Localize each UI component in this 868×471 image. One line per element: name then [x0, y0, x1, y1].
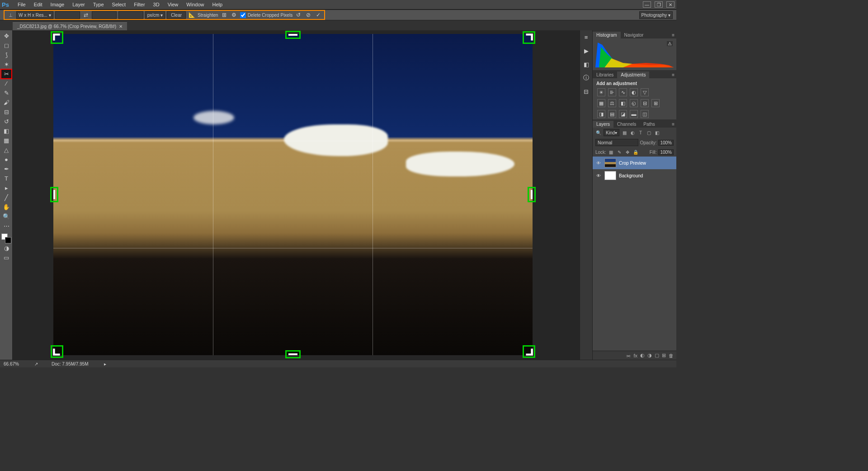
crop-resolution-input[interactable] [118, 11, 143, 19]
opacity-value[interactable]: 100% [658, 140, 674, 146]
eyedropper-tool[interactable]: ⁄ [1, 79, 11, 88]
link-layers-icon[interactable]: ⫘ [626, 353, 631, 358]
line-tool[interactable]: ╱ [1, 193, 11, 202]
gradient-tool[interactable]: ▦ [1, 136, 11, 145]
crop-tool-icon[interactable]: ⟂ [6, 11, 14, 19]
lock-pixels-icon[interactable]: ✎ [616, 149, 623, 155]
overlay-grid-icon[interactable]: ⊞ [220, 11, 228, 19]
pen-tool[interactable]: ✒ [1, 165, 11, 173]
document-info[interactable]: Doc: 7.95M/7.95M [52, 362, 89, 366]
layer-filter-select[interactable]: Kind ▾ [604, 129, 619, 136]
lock-all-icon[interactable]: 🔒 [632, 149, 639, 155]
menu-select[interactable]: Select [108, 0, 130, 9]
layers-flyout-icon[interactable]: ≡ [670, 121, 676, 128]
hand-tool[interactable]: ✋ [1, 203, 11, 211]
filter-adjust-icon[interactable]: ◐ [629, 129, 636, 136]
marquee-tool[interactable]: ◻ [1, 41, 11, 50]
layer-name[interactable]: Crop Preview [619, 161, 646, 166]
color-lookup-icon[interactable]: ⊞ [651, 99, 660, 107]
filter-type-icon[interactable]: T [637, 129, 644, 136]
screen-mode-toggle[interactable]: ▭ [1, 253, 11, 262]
layer-thumbnail[interactable] [604, 158, 616, 167]
vibrance-icon[interactable]: ▽ [641, 88, 649, 96]
crop-handle-tr[interactable] [524, 33, 534, 43]
exposure-icon[interactable]: ◐ [630, 88, 638, 96]
reset-crop-icon[interactable]: ↺ [294, 11, 302, 19]
zoom-popup-icon[interactable]: ↗ [34, 362, 38, 366]
bw-icon[interactable]: ◧ [619, 99, 627, 107]
quick-mask-toggle[interactable]: ◑ [1, 244, 11, 252]
tab-adjustments[interactable]: Adjustments [617, 71, 649, 78]
tab-navigator[interactable]: Navigator [621, 32, 647, 38]
history-brush-tool[interactable]: ↺ [1, 117, 11, 126]
histogram-flyout-icon[interactable]: ≡ [670, 32, 676, 38]
curves-icon[interactable]: ∿ [619, 88, 627, 96]
hue-sat-icon[interactable]: ▦ [597, 99, 605, 107]
lock-transparency-icon[interactable]: ▦ [608, 149, 614, 155]
minimize-button[interactable]: — [643, 1, 651, 8]
adjustments-flyout-icon[interactable]: ≡ [670, 71, 676, 78]
new-group-icon[interactable]: ▢ [655, 352, 659, 358]
filter-shape-icon[interactable]: ▢ [646, 129, 652, 136]
tab-layers[interactable]: Layers [593, 121, 613, 128]
menu-layer[interactable]: Layer [68, 0, 89, 9]
layer-mask-icon[interactable]: ◐ [640, 352, 645, 358]
actions-panel-icon[interactable]: ▶ [582, 47, 590, 55]
workspace-select[interactable]: Photography ▾ [639, 11, 673, 19]
layer-row[interactable]: 👁 Background [593, 169, 676, 182]
path-select-tool[interactable]: ▸ [1, 184, 11, 192]
zoom-level[interactable]: 66.67% [4, 362, 19, 366]
maximize-button[interactable]: ❐ [655, 1, 663, 8]
selective-color-icon[interactable]: ◫ [641, 110, 649, 118]
zoom-tool[interactable]: 🔍 [1, 212, 11, 221]
layer-fx-icon[interactable]: fx [633, 353, 637, 358]
crop-width-input[interactable] [55, 11, 80, 19]
info-panel-icon[interactable]: ⓘ [582, 74, 590, 82]
crop-handle-bottom[interactable] [287, 352, 299, 357]
crop-ratio-select[interactable]: W x H x Res... ▾ [16, 11, 53, 19]
crop-height-input[interactable] [92, 11, 117, 19]
photo-filter-icon[interactable]: ◵ [630, 99, 638, 107]
eraser-tool[interactable]: ◧ [1, 127, 11, 135]
menu-filter[interactable]: Filter [130, 0, 149, 9]
blur-tool[interactable]: △ [1, 146, 11, 154]
document-image[interactable] [53, 34, 533, 355]
tab-paths[interactable]: Paths [640, 121, 659, 128]
new-layer-icon[interactable]: ⊞ [662, 352, 666, 358]
color-balance-icon[interactable]: ⚖ [608, 99, 616, 107]
crop-tool[interactable]: ✂ [1, 70, 11, 78]
background-swatch[interactable] [5, 237, 11, 243]
threshold-icon[interactable]: ◪ [619, 110, 627, 118]
straighten-icon[interactable]: 📐 [188, 11, 196, 19]
posterize-icon[interactable]: ▤ [608, 110, 616, 118]
menu-3d[interactable]: 3D [149, 0, 164, 9]
close-tab-icon[interactable]: ✕ [119, 24, 123, 29]
move-tool[interactable]: ✥ [1, 32, 11, 40]
delete-layer-icon[interactable]: 🗑 [669, 353, 674, 358]
crop-handle-br[interactable] [524, 347, 534, 357]
commit-crop-icon[interactable]: ✓ [314, 11, 322, 19]
color-swatches[interactable] [1, 233, 11, 243]
edit-toolbar[interactable]: ⋯ [1, 222, 11, 230]
clone-stamp-tool[interactable]: ⊟ [1, 108, 11, 116]
menu-help[interactable]: Help [208, 0, 226, 9]
lasso-tool[interactable]: ⟆ [1, 51, 11, 59]
healing-brush-tool[interactable]: ✎ [1, 89, 11, 97]
histogram-panel[interactable]: ⚠ [593, 38, 676, 70]
levels-icon[interactable]: ⊪ [608, 88, 616, 96]
layer-row[interactable]: 👁 Crop Preview [593, 157, 676, 169]
crop-options-icon[interactable]: ⚙ [230, 11, 238, 19]
channel-mixer-icon[interactable]: ⊟ [641, 99, 649, 107]
crop-handle-right[interactable] [529, 188, 534, 201]
document-tab[interactable]: _DSC8213.jpg @ 66.7% (Crop Preview, RGB/… [13, 22, 127, 30]
close-button[interactable]: ✕ [666, 1, 675, 8]
gradient-map-icon[interactable]: ▬ [630, 110, 638, 118]
fill-value[interactable]: 100% [658, 149, 674, 155]
straighten-label[interactable]: Straighten [198, 13, 218, 18]
menu-file[interactable]: File [14, 0, 30, 9]
search-icon[interactable]: 🔍 [595, 129, 602, 136]
blend-mode-select[interactable]: Normal [595, 139, 638, 146]
dodge-tool[interactable]: ● [1, 155, 11, 164]
visibility-toggle-icon[interactable]: 👁 [595, 172, 602, 179]
menu-image[interactable]: Image [47, 0, 69, 9]
